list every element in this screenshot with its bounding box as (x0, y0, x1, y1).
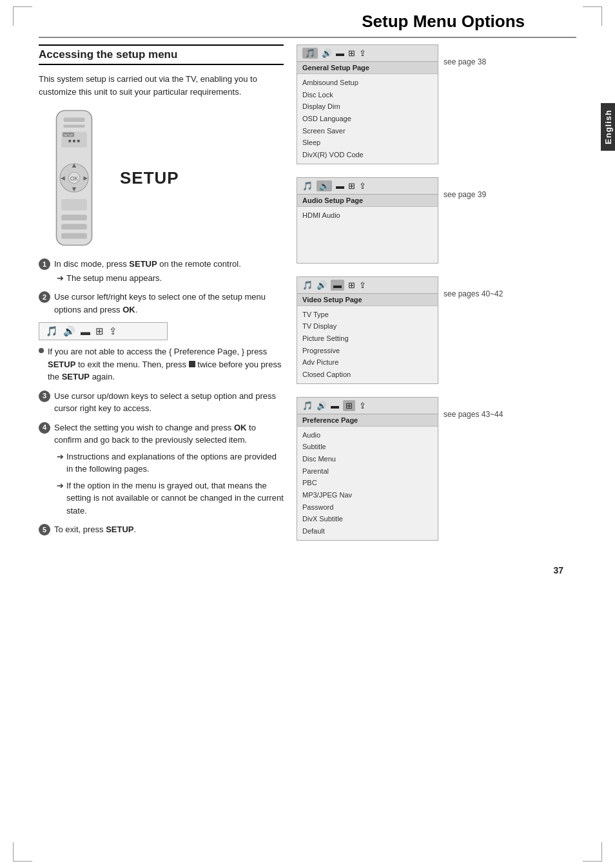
music-icon-active: 🎵 (302, 48, 318, 59)
see-page-2: see page 39 (444, 190, 486, 199)
music-icon-a: 🎵 (302, 181, 313, 191)
menu-icons-pref: 🎵 🔊 ▬ ⊞ ⇪ (302, 400, 366, 411)
bullet-dot (39, 348, 44, 353)
remote-area: ■ ■ ■ OK ▲ ▼ ◄ ► SETUP SETUP (39, 107, 284, 249)
main-content: Accessing the setup menu This system set… (0, 38, 615, 559)
usb-icon-g: ⇪ (359, 48, 366, 58)
step-1-arrow-text: The setup menu appears. (66, 272, 162, 285)
svg-text:▼: ▼ (71, 185, 78, 193)
menu-icons-audio: 🎵 🔊 ▬ ⊞ ⇪ (302, 180, 366, 191)
menu-panel-video: 🎵 🔊 ▬ ⊞ ⇪ Video Setup Page TV Type TV Di… (297, 276, 438, 384)
corner-bl (13, 842, 32, 862)
step-4-text: Select the setting you wish to change an… (54, 423, 256, 445)
menu-row-3: 🎵 🔊 ▬ ⊞ ⇪ Video Setup Page TV Type TV Di… (297, 276, 576, 387)
menu-item: HDMI Audio (302, 209, 433, 222)
step-1-arrow: ➔ The setup menu appears. (57, 272, 284, 285)
menu-row-1: 🎵 🔊 ▬ ⊞ ⇪ General Setup Page Ambisound S… (297, 44, 576, 167)
right-column: 🎵 🔊 ▬ ⊞ ⇪ General Setup Page Ambisound S… (297, 44, 576, 546)
menu-item: Display Dim (302, 101, 433, 113)
menu-item: Closed Caption (302, 369, 433, 381)
grid-icon: ⊞ (95, 325, 104, 337)
side-tab: English (601, 103, 615, 151)
corner-tl (13, 6, 32, 26)
speaker-icon-p: 🔊 (317, 401, 327, 410)
screen-icon-active: ▬ (331, 280, 344, 291)
menu-item: DivX(R) VOD Code (302, 149, 433, 161)
step-3-text: Use cursor up/down keys to select a setu… (54, 391, 276, 414)
menu-item: Parental (302, 465, 433, 477)
step-5-num: 5 (39, 524, 50, 535)
step-1: 1 In disc mode, press SETUP on the remot… (39, 258, 284, 284)
step-4-arrow-text-2: If the option in the menu is grayed out,… (66, 479, 284, 517)
menu-spacer-audio (302, 222, 433, 260)
remote-icon: ■ ■ ■ OK ▲ ▼ ◄ ► SETUP (39, 107, 110, 249)
menu-item: MP3/JPEG Nav (302, 489, 433, 501)
arrow-icon-4b: ➔ (57, 479, 64, 492)
music-icon-p: 🎵 (302, 401, 313, 410)
menu-header-pref: 🎵 🔊 ▬ ⊞ ⇪ (297, 398, 438, 414)
step-3-content: Use cursor up/down keys to select a setu… (54, 390, 284, 415)
svg-text:■ ■ ■: ■ ■ ■ (68, 138, 81, 144)
menu-item: DivX Subtitle (302, 513, 433, 525)
svg-rect-13 (61, 215, 87, 220)
step-4-num: 4 (39, 422, 50, 434)
speaker-icon: 🔊 (63, 325, 75, 337)
step-4: 4 Select the setting you wish to change … (39, 421, 284, 517)
svg-text:OK: OK (70, 175, 79, 182)
menu-item: OSD Language (302, 113, 433, 125)
menu-title-general: General Setup Page (297, 62, 438, 74)
step-5: 5 To exit, press SETUP. (39, 523, 284, 536)
step-1-num: 1 (39, 258, 50, 270)
menu-item: Password (302, 501, 433, 514)
menu-item: Ambisound Setup (302, 77, 433, 89)
menu-item: Screen Saver (302, 125, 433, 137)
menu-header-audio: 🎵 🔊 ▬ ⊞ ⇪ (297, 178, 438, 195)
menu-item: Disc Menu (302, 453, 433, 465)
svg-rect-2 (64, 125, 85, 128)
step-5-content: To exit, press SETUP. (54, 523, 284, 536)
speaker-icon-v: 🔊 (317, 280, 327, 290)
section-heading: Accessing the setup menu (39, 44, 284, 65)
usb-icon: ⇪ (109, 325, 117, 337)
arrow-icon-4a: ➔ (57, 450, 64, 463)
menu-item: PBC (302, 477, 433, 489)
step-4-arrow-text-1: Instructions and explanations of the opt… (66, 450, 284, 476)
grid-icon-a: ⊞ (348, 181, 355, 191)
screen-icon-p: ▬ (331, 401, 339, 410)
menu-item: Default (302, 525, 433, 537)
menu-icons-video: 🎵 🔊 ▬ ⊞ ⇪ (302, 280, 366, 291)
usb-icon-p: ⇪ (359, 401, 366, 410)
step-2-content: Use cursor left/right keys to select one… (54, 291, 284, 316)
svg-rect-15 (61, 233, 87, 239)
menu-panel-pref: 🎵 🔊 ▬ ⊞ ⇪ Preference Page Audio Subtitle… (297, 397, 438, 541)
see-page-1: see page 38 (444, 57, 486, 66)
see-page-4: see pages 43~44 (444, 410, 503, 419)
music-icon: 🎵 (46, 325, 58, 337)
speaker-icon-active: 🔊 (317, 180, 332, 191)
step-4-content: Select the setting you wish to change an… (54, 421, 284, 517)
page-title-area: Setup Menu Options (39, 0, 576, 38)
menu-item: Subtitle (302, 441, 433, 453)
arrow-icon-1: ➔ (57, 272, 64, 285)
page-number: 37 (0, 559, 615, 575)
grid-icon-v: ⊞ (348, 280, 355, 290)
menu-item: Sleep (302, 137, 433, 149)
step-2-num: 2 (39, 291, 50, 303)
menu-title-video: Video Setup Page (297, 294, 438, 306)
menu-item: Disc Lock (302, 89, 433, 101)
setup-label: SETUP (120, 168, 179, 188)
step-3-num: 3 (39, 391, 50, 402)
menu-items-general: Ambisound Setup Disc Lock Display Dim OS… (297, 74, 438, 164)
step-3: 3 Use cursor up/down keys to select a se… (39, 390, 284, 415)
step-2-text: Use cursor left/right keys to select one… (54, 292, 266, 314)
see-page-3: see pages 40~42 (444, 289, 503, 298)
usb-icon-v: ⇪ (359, 280, 366, 290)
step-1-text: In disc mode, press SETUP on the remote … (54, 259, 241, 269)
page-title: Setup Menu Options (362, 12, 525, 31)
stop-icon (189, 361, 195, 367)
menu-item: TV Display (302, 320, 433, 333)
menu-item: Adv Picture (302, 356, 433, 369)
screen-icon-a: ▬ (336, 181, 344, 191)
step-2: 2 Use cursor left/right keys to select o… (39, 291, 284, 316)
menu-item: TV Type (302, 309, 433, 321)
